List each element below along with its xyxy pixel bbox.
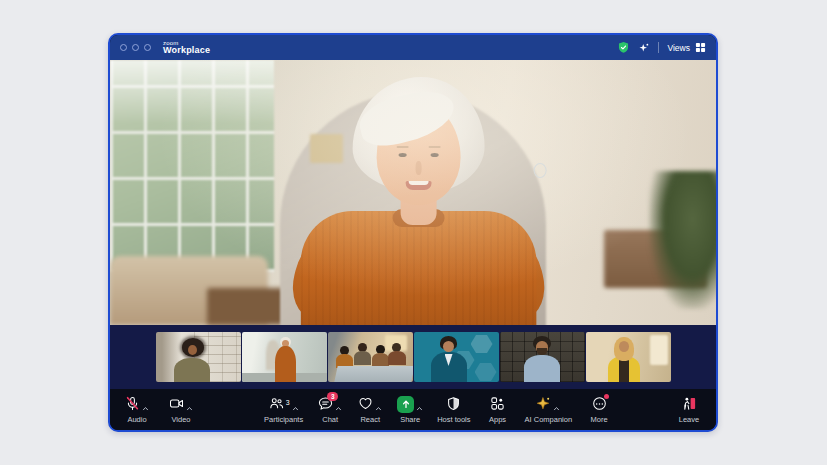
meeting-toolbar: Audio Video (110, 389, 716, 430)
toolbar-label: Chat (322, 416, 338, 424)
window-close-button[interactable] (120, 44, 127, 51)
participant-thumbnail-1[interactable] (156, 332, 241, 382)
toolbar-center-group: 3 Participants 3 Chat (264, 396, 612, 424)
video-button[interactable]: Video (168, 396, 194, 424)
person-silhouette (537, 348, 547, 355)
participant-thumbnail-6[interactable] (586, 332, 671, 382)
chevron-up-icon[interactable] (553, 397, 560, 415)
react-button[interactable]: React (357, 396, 383, 424)
apps-button[interactable]: Apps (485, 396, 511, 424)
grid-view-icon (695, 42, 706, 53)
chevron-up-icon[interactable] (292, 397, 299, 415)
chevron-up-icon[interactable] (375, 397, 382, 415)
participants-filmstrip (110, 325, 716, 389)
toolbar-label: Participants (264, 416, 303, 424)
person-silhouette (524, 355, 560, 382)
views-label: Views (667, 43, 690, 53)
participant-thumbnail-4[interactable] (414, 332, 499, 382)
brand-workplace-text: Workplace (163, 46, 210, 55)
participant-thumbnail-2[interactable] (242, 332, 327, 382)
chevron-up-icon[interactable] (416, 397, 423, 415)
person-silhouette (174, 358, 210, 382)
share-screen-icon (397, 396, 414, 413)
toolbar-label: Leave (679, 416, 699, 424)
leave-button[interactable]: Leave (676, 396, 702, 424)
chevron-up-icon[interactable] (142, 397, 149, 415)
toolbar-label: Video (171, 416, 190, 424)
more-ellipsis-icon (592, 396, 607, 411)
main-video-feed[interactable] (110, 60, 716, 325)
video-camera-icon (169, 396, 184, 411)
views-button[interactable]: Views (667, 42, 706, 53)
window-controls (120, 44, 151, 51)
chat-button[interactable]: 3 Chat (317, 396, 343, 424)
titlebar-divider (658, 42, 659, 53)
chevron-up-icon[interactable] (186, 397, 193, 415)
host-tools-button[interactable]: Host tools (437, 396, 470, 424)
participant-thumbnail-3[interactable] (328, 332, 413, 382)
toolbar-label: Apps (489, 416, 506, 424)
toolbar-label: Share (400, 416, 420, 424)
titlebar-right-controls: Views (617, 41, 706, 54)
person-silhouette (619, 360, 629, 382)
person-silhouette (388, 351, 406, 365)
thumbnail-background (475, 362, 497, 382)
apps-icon (490, 396, 505, 411)
video-scene-light-overlay (110, 60, 716, 325)
thumbnail-background (650, 335, 668, 365)
window-titlebar: zoom Workplace Views (110, 35, 716, 60)
toolbar-label: Host tools (437, 416, 470, 424)
chat-bubble-icon: 3 (318, 396, 333, 411)
share-button[interactable]: Share (397, 396, 423, 424)
toolbar-label: React (360, 416, 380, 424)
ai-sparkle-icon (536, 396, 551, 411)
person-silhouette (275, 346, 296, 382)
person-silhouette (443, 341, 454, 352)
more-button[interactable]: More (586, 396, 612, 424)
zoom-workplace-logo: zoom Workplace (163, 40, 210, 55)
person-silhouette (372, 353, 389, 366)
person-silhouette (619, 341, 629, 352)
participant-thumbnail-5[interactable] (500, 332, 585, 382)
window-minimize-button[interactable] (132, 44, 139, 51)
toolbar-label: Audio (127, 416, 146, 424)
ai-companion-button[interactable]: AI Companion (525, 396, 573, 424)
thumbnail-background (471, 334, 493, 354)
toolbar-left-group: Audio Video (124, 396, 194, 424)
window-maximize-button[interactable] (144, 44, 151, 51)
ai-sparkle-icon[interactable] (638, 42, 650, 54)
participants-count: 3 (286, 399, 290, 406)
audio-button[interactable]: Audio (124, 396, 150, 424)
shield-icon (446, 396, 461, 411)
toolbar-label: AI Companion (525, 416, 573, 424)
thumbnail-table (334, 366, 413, 382)
person-silhouette (354, 351, 371, 365)
participants-icon (269, 396, 284, 411)
mic-muted-icon (125, 396, 140, 411)
toolbar-label: More (591, 416, 608, 424)
more-notification-dot (604, 394, 609, 399)
participants-button[interactable]: 3 Participants (264, 396, 303, 424)
heart-icon (358, 396, 373, 411)
leave-door-icon (682, 396, 697, 411)
person-silhouette (188, 345, 197, 355)
shield-check-icon[interactable] (617, 41, 630, 54)
chat-unread-badge: 3 (327, 392, 338, 401)
zoom-meeting-window: zoom Workplace Views (108, 33, 718, 432)
